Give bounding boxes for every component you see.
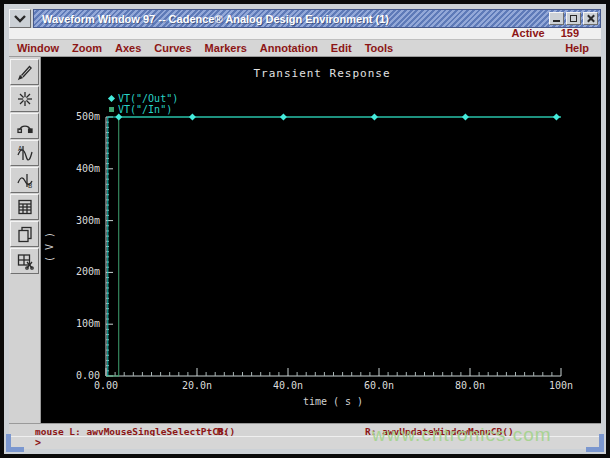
y-axis-label: ( V ) bbox=[44, 232, 55, 262]
copy-icon bbox=[15, 224, 35, 244]
square-marker-icon bbox=[109, 107, 114, 112]
svg-text:20.0n: 20.0n bbox=[182, 380, 212, 391]
resize-grip-bottom-right[interactable] bbox=[586, 434, 604, 452]
status-mouse-right: R: awvUpdateWindowMenuCB() bbox=[365, 426, 514, 437]
legend-label: VT("/In") bbox=[118, 104, 172, 115]
minimize-icon bbox=[553, 20, 560, 22]
plot-title: Transient Response bbox=[41, 67, 601, 80]
calculator-icon bbox=[15, 197, 35, 217]
close-icon bbox=[586, 14, 595, 23]
svg-text:100m: 100m bbox=[76, 318, 100, 329]
diamond-marker-icon bbox=[108, 95, 115, 102]
menu-window[interactable]: Window bbox=[17, 42, 59, 54]
svg-text:200m: 200m bbox=[76, 266, 100, 277]
waveform-window: Waveform Window 97 -- Cadence® Analog De… bbox=[0, 0, 610, 458]
status-mouse-left: mouse L: awvMouseSingleSelectPtCB() bbox=[35, 426, 235, 437]
window-frame: Waveform Window 97 -- Cadence® Analog De… bbox=[4, 4, 606, 454]
marker-a-icon: A bbox=[15, 143, 35, 163]
maximize-icon bbox=[570, 15, 577, 22]
svg-text:0.00: 0.00 bbox=[94, 380, 118, 391]
minimize-button[interactable] bbox=[549, 12, 564, 25]
menu-help[interactable]: Help bbox=[565, 42, 589, 54]
copy-window-button[interactable] bbox=[10, 221, 39, 247]
pen-tool-button[interactable] bbox=[10, 59, 39, 85]
active-label: Active bbox=[512, 28, 545, 38]
plot-canvas[interactable]: Transient Response VT("/Out") VT("/In") … bbox=[41, 57, 601, 423]
legend-entry-in[interactable]: VT("/In") bbox=[109, 104, 178, 115]
cut-window-icon bbox=[15, 251, 35, 271]
menu-markers[interactable]: Markers bbox=[205, 42, 247, 54]
cut-subwindow-button[interactable] bbox=[10, 248, 39, 274]
main-area: A B bbox=[9, 56, 601, 423]
arc-curve-icon bbox=[15, 116, 35, 136]
maximize-button[interactable] bbox=[566, 12, 581, 25]
menu-tools[interactable]: Tools bbox=[365, 42, 394, 54]
menu-edit[interactable]: Edit bbox=[331, 42, 352, 54]
prompt-bar[interactable]: > bbox=[9, 436, 601, 449]
active-count: 159 bbox=[561, 28, 579, 38]
marker-b-button[interactable]: B bbox=[10, 167, 39, 193]
svg-text:B: B bbox=[28, 182, 32, 190]
active-status-row: Active 159 bbox=[9, 28, 601, 40]
window-title: Waveform Window 97 -- Cadence® Analog De… bbox=[42, 13, 389, 25]
svg-text:60.0n: 60.0n bbox=[364, 380, 394, 391]
svg-text:300m: 300m bbox=[76, 215, 100, 226]
menu-curves[interactable]: Curves bbox=[154, 42, 191, 54]
svg-text:500m: 500m bbox=[76, 111, 100, 122]
zoom-star-icon bbox=[15, 89, 35, 109]
svg-text:0.00: 0.00 bbox=[76, 370, 100, 381]
svg-text:100n: 100n bbox=[549, 380, 573, 391]
close-button[interactable] bbox=[583, 12, 598, 25]
window-controls bbox=[549, 12, 598, 25]
legend-label: VT("/Out") bbox=[118, 93, 178, 104]
svg-text:A: A bbox=[18, 145, 23, 153]
chevron-down-icon bbox=[14, 15, 26, 23]
menu-annotation[interactable]: Annotation bbox=[260, 42, 318, 54]
toolbar: A B bbox=[9, 57, 41, 423]
status-mouse-middle: M: bbox=[217, 426, 228, 437]
arc-curve-button[interactable] bbox=[10, 113, 39, 139]
plot-legend: VT("/Out") VT("/In") bbox=[109, 93, 178, 115]
svg-text:40.0n: 40.0n bbox=[273, 380, 303, 391]
window-menu-button[interactable] bbox=[9, 9, 31, 28]
marker-a-button[interactable]: A bbox=[10, 140, 39, 166]
menu-zoom[interactable]: Zoom bbox=[72, 42, 102, 54]
marker-b-icon: B bbox=[15, 170, 35, 190]
zoom-fit-button[interactable] bbox=[10, 86, 39, 112]
titlebar[interactable]: Waveform Window 97 -- Cadence® Analog De… bbox=[33, 9, 601, 28]
svg-text:400m: 400m bbox=[76, 163, 100, 174]
prompt-caret: > bbox=[35, 437, 41, 448]
pen-icon bbox=[15, 62, 35, 82]
menubar: Window Zoom Axes Curves Markers Annotati… bbox=[9, 40, 601, 56]
menu-axes[interactable]: Axes bbox=[115, 42, 141, 54]
svg-text:80.0n: 80.0n bbox=[455, 380, 485, 391]
resize-grip-bottom-left[interactable] bbox=[6, 434, 24, 452]
statusbar: mouse L: awvMouseSingleSelectPtCB() M: R… bbox=[9, 423, 601, 437]
legend-entry-out[interactable]: VT("/Out") bbox=[109, 93, 178, 104]
x-axis-label: time ( s ) bbox=[303, 396, 363, 407]
calculator-button[interactable] bbox=[10, 194, 39, 220]
titlebar-row: Waveform Window 97 -- Cadence® Analog De… bbox=[9, 9, 601, 28]
